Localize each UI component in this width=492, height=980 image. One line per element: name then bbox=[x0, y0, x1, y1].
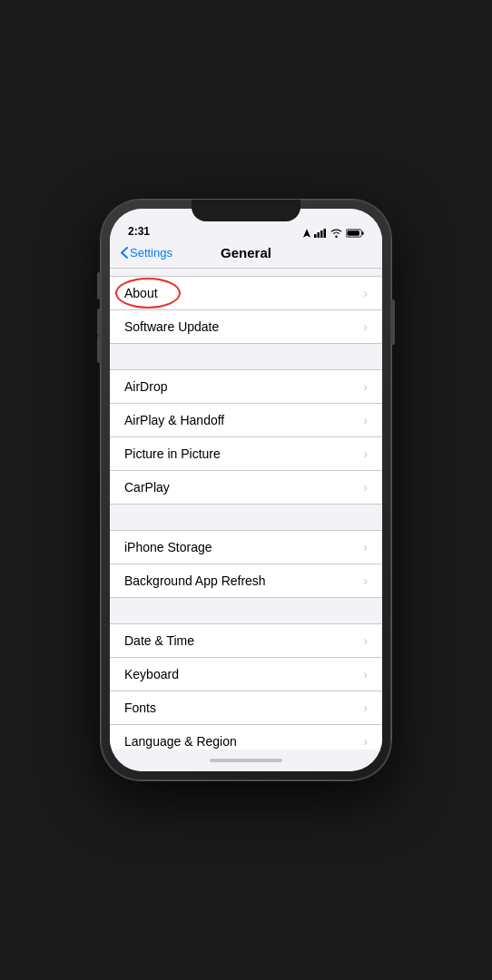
section-gap-3 bbox=[110, 598, 382, 623]
software-update-right: › bbox=[363, 319, 368, 334]
picture-in-picture-chevron-icon: › bbox=[363, 446, 368, 461]
airplay-handoff-chevron-icon: › bbox=[363, 413, 368, 427]
section-gap-top bbox=[110, 269, 382, 276]
svg-rect-6 bbox=[347, 230, 359, 235]
about-right: › bbox=[363, 286, 368, 300]
signal-icon bbox=[314, 229, 327, 238]
keyboard-chevron-icon: › bbox=[363, 667, 368, 681]
location-icon bbox=[303, 229, 310, 238]
settings-item-keyboard[interactable]: Keyboard › bbox=[110, 658, 382, 691]
airdrop-chevron-icon: › bbox=[363, 379, 368, 394]
iphone-storage-label: iPhone Storage bbox=[124, 540, 212, 554]
home-bar bbox=[210, 759, 282, 762]
date-time-right: › bbox=[363, 633, 368, 648]
picture-in-picture-label: Picture in Picture bbox=[124, 446, 221, 461]
back-chevron-icon bbox=[121, 247, 128, 259]
notch bbox=[192, 200, 300, 221]
status-icons bbox=[303, 229, 364, 238]
language-region-chevron-icon: › bbox=[363, 734, 368, 749]
picture-in-picture-right: › bbox=[363, 446, 368, 461]
svg-rect-5 bbox=[362, 231, 364, 235]
airplay-handoff-right: › bbox=[363, 413, 368, 427]
software-update-chevron-icon: › bbox=[363, 319, 368, 334]
fonts-chevron-icon: › bbox=[363, 701, 368, 715]
keyboard-label: Keyboard bbox=[124, 667, 179, 681]
settings-item-date-time[interactable]: Date & Time › bbox=[110, 624, 382, 658]
settings-item-software-update[interactable]: Software Update › bbox=[110, 310, 382, 343]
back-label: Settings bbox=[130, 246, 172, 260]
settings-item-background-app-refresh[interactable]: Background App Refresh › bbox=[110, 564, 382, 597]
language-region-label: Language & Region bbox=[124, 734, 237, 749]
section-gap-2 bbox=[110, 505, 382, 530]
carplay-chevron-icon: › bbox=[363, 480, 368, 495]
section-locale: Date & Time › Keyboard › Fonts › bbox=[110, 623, 382, 750]
section-gap-1 bbox=[110, 344, 382, 369]
back-button[interactable]: Settings bbox=[121, 246, 172, 260]
background-app-refresh-label: Background App Refresh bbox=[124, 573, 266, 588]
carplay-right: › bbox=[363, 480, 368, 495]
settings-item-picture-in-picture[interactable]: Picture in Picture › bbox=[110, 437, 382, 471]
svg-rect-1 bbox=[318, 232, 320, 238]
fonts-label: Fonts bbox=[124, 701, 156, 715]
language-region-right: › bbox=[363, 734, 368, 749]
svg-rect-3 bbox=[324, 229, 327, 238]
phone-device: 2:31 bbox=[101, 200, 391, 780]
background-app-refresh-right: › bbox=[363, 573, 368, 588]
settings-item-airdrop[interactable]: AirDrop › bbox=[110, 370, 382, 404]
iphone-storage-right: › bbox=[363, 540, 368, 554]
battery-icon bbox=[346, 229, 364, 238]
carplay-label: CarPlay bbox=[124, 480, 170, 495]
nav-bar: Settings General bbox=[110, 241, 382, 269]
section-update: About › Software Update › bbox=[110, 276, 382, 344]
about-chevron-icon: › bbox=[363, 286, 368, 300]
software-update-label: Software Update bbox=[124, 319, 219, 334]
svg-rect-2 bbox=[320, 230, 323, 238]
settings-item-airplay-handoff[interactable]: AirPlay & Handoff › bbox=[110, 404, 382, 437]
keyboard-right: › bbox=[363, 667, 368, 681]
settings-item-about[interactable]: About › bbox=[110, 277, 382, 310]
settings-item-language-region[interactable]: Language & Region › bbox=[110, 725, 382, 750]
svg-rect-0 bbox=[314, 234, 317, 238]
phone-screen: 2:31 bbox=[110, 209, 382, 771]
about-label: About bbox=[124, 286, 158, 300]
airplay-handoff-label: AirPlay & Handoff bbox=[124, 413, 224, 427]
settings-content: About › Software Update › AirDrop bbox=[110, 269, 382, 750]
settings-item-fonts[interactable]: Fonts › bbox=[110, 691, 382, 725]
wifi-icon bbox=[330, 229, 342, 238]
date-time-chevron-icon: › bbox=[363, 633, 368, 648]
iphone-storage-chevron-icon: › bbox=[363, 540, 368, 554]
airdrop-label: AirDrop bbox=[124, 379, 167, 394]
date-time-label: Date & Time bbox=[124, 633, 194, 648]
airdrop-right: › bbox=[363, 379, 368, 394]
home-indicator bbox=[110, 750, 382, 771]
settings-item-iphone-storage[interactable]: iPhone Storage › bbox=[110, 531, 382, 564]
background-app-refresh-chevron-icon: › bbox=[363, 573, 368, 588]
section-storage: iPhone Storage › Background App Refresh … bbox=[110, 530, 382, 598]
page-title: General bbox=[221, 245, 271, 260]
settings-item-carplay[interactable]: CarPlay › bbox=[110, 471, 382, 504]
status-time: 2:31 bbox=[128, 225, 150, 238]
section-connectivity: AirDrop › AirPlay & Handoff › Picture in… bbox=[110, 369, 382, 505]
fonts-right: › bbox=[363, 701, 368, 715]
